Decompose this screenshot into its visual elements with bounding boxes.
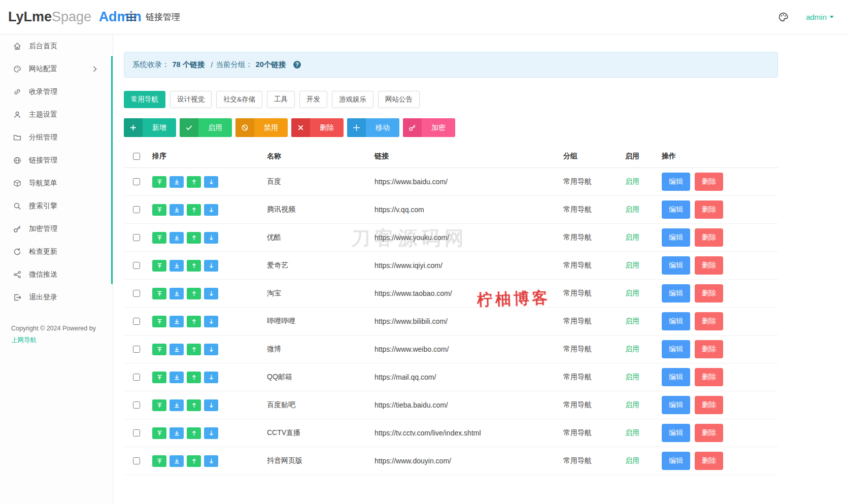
sort-down-button[interactable] — [204, 288, 218, 299]
sidebar-item-nav-menu[interactable]: 导航菜单 — [0, 172, 113, 194]
encrypt-button[interactable]: 加密 — [403, 118, 455, 137]
sort-bottom-button[interactable] — [169, 232, 184, 244]
row-checkbox[interactable] — [133, 262, 140, 269]
sort-up-button[interactable] — [187, 316, 201, 327]
sidebar-item-site-config[interactable]: 网站配置 — [0, 57, 113, 80]
sort-top-button[interactable] — [152, 232, 166, 244]
sort-down-button[interactable] — [204, 316, 218, 327]
sort-bottom-button[interactable] — [169, 455, 184, 467]
row-checkbox[interactable] — [133, 290, 140, 297]
sort-bottom-button[interactable] — [169, 288, 184, 299]
sort-top-button[interactable] — [152, 399, 166, 411]
add-button[interactable]: 新增 — [124, 118, 176, 137]
delete-button[interactable]: 删除 — [695, 340, 723, 358]
delete-button[interactable]: 删除 — [695, 228, 723, 247]
status-toggle[interactable]: 启用 — [625, 233, 639, 241]
edit-button[interactable]: 编辑 — [662, 312, 690, 330]
row-checkbox[interactable] — [133, 206, 140, 213]
delete-button[interactable]: 删除 — [695, 173, 723, 191]
disable-button[interactable]: 禁用 — [235, 118, 288, 137]
sort-top-button[interactable] — [152, 427, 166, 439]
sort-down-button[interactable] — [204, 176, 218, 188]
status-toggle[interactable]: 启用 — [625, 400, 639, 409]
sort-down-button[interactable] — [204, 260, 218, 272]
menu-toggle-icon[interactable] — [126, 13, 137, 21]
group-tab[interactable]: 游戏娱乐 — [332, 91, 373, 108]
edit-button[interactable]: 编辑 — [662, 200, 690, 219]
edit-button[interactable]: 编辑 — [662, 424, 690, 442]
sidebar-scrollbar[interactable] — [111, 56, 113, 284]
row-checkbox[interactable] — [133, 346, 140, 353]
status-toggle[interactable]: 启用 — [625, 289, 639, 297]
row-checkbox[interactable] — [133, 374, 140, 381]
sort-bottom-button[interactable] — [169, 176, 184, 188]
sort-down-button[interactable] — [204, 372, 218, 383]
edit-button[interactable]: 编辑 — [662, 173, 690, 191]
row-checkbox[interactable] — [133, 429, 140, 436]
sort-bottom-button[interactable] — [169, 399, 184, 411]
sort-top-button[interactable] — [152, 288, 166, 299]
group-tab[interactable]: 开发 — [299, 91, 327, 108]
status-toggle[interactable]: 启用 — [625, 317, 639, 325]
sort-bottom-button[interactable] — [169, 204, 184, 216]
sort-down-button[interactable] — [204, 399, 218, 411]
edit-button[interactable]: 编辑 — [662, 368, 690, 386]
row-checkbox[interactable] — [133, 234, 140, 241]
move-button[interactable]: 移动 — [347, 118, 399, 137]
sort-down-button[interactable] — [204, 232, 218, 244]
sidebar-item-home[interactable]: 后台首页 — [0, 35, 113, 57]
status-toggle[interactable]: 启用 — [625, 373, 639, 381]
help-icon[interactable]: ? — [293, 60, 301, 69]
sort-bottom-button[interactable] — [169, 427, 184, 439]
sort-top-button[interactable] — [152, 344, 166, 355]
sort-bottom-button[interactable] — [169, 260, 184, 272]
sort-top-button[interactable] — [152, 260, 166, 272]
copyright-link[interactable]: 上网导航 — [11, 334, 37, 346]
delete-button[interactable]: 删除 — [695, 200, 723, 219]
sidebar-item-search-engine[interactable]: 搜索引擎 — [0, 194, 113, 217]
sidebar-item-check-update[interactable]: 检查更新 — [0, 240, 113, 263]
delete-button[interactable]: 删除 — [695, 284, 723, 303]
group-tab[interactable]: 网站公告 — [378, 91, 420, 108]
sort-up-button[interactable] — [187, 260, 201, 272]
sort-down-button[interactable] — [204, 427, 218, 439]
delete-button[interactable]: 删除 — [695, 452, 723, 470]
sidebar-item-encrypt[interactable]: 加密管理 — [0, 217, 113, 240]
sort-top-button[interactable] — [152, 372, 166, 383]
sort-down-button[interactable] — [204, 204, 218, 216]
sidebar-item-wechat-push[interactable]: 微信推送 — [0, 263, 113, 286]
status-toggle[interactable]: 启用 — [625, 345, 639, 353]
delete-button[interactable]: 删除 — [695, 368, 723, 386]
edit-button[interactable]: 编辑 — [662, 452, 690, 470]
user-dropdown[interactable]: admin — [806, 13, 834, 21]
row-checkbox[interactable] — [133, 318, 140, 325]
delete-button[interactable]: 删除 — [695, 424, 723, 442]
status-toggle[interactable]: 启用 — [625, 456, 639, 464]
sort-bottom-button[interactable] — [169, 316, 184, 327]
sort-down-button[interactable] — [204, 344, 218, 355]
edit-button[interactable]: 编辑 — [662, 284, 690, 303]
row-checkbox[interactable] — [133, 178, 140, 185]
group-tab[interactable]: 社交&存储 — [216, 91, 262, 108]
enable-button[interactable]: 启用 — [180, 118, 232, 137]
sort-up-button[interactable] — [187, 232, 201, 244]
sort-up-button[interactable] — [187, 427, 201, 439]
sort-bottom-button[interactable] — [169, 372, 184, 383]
status-toggle[interactable]: 启用 — [625, 177, 639, 185]
group-tab[interactable]: 工具 — [267, 91, 295, 108]
delete-button[interactable]: 删除 — [695, 396, 723, 414]
status-toggle[interactable]: 启用 — [625, 428, 639, 436]
sidebar-item-group[interactable]: 分组管理 — [0, 126, 113, 149]
sort-top-button[interactable] — [152, 455, 166, 467]
edit-button[interactable]: 编辑 — [662, 340, 690, 358]
edit-button[interactable]: 编辑 — [662, 396, 690, 414]
sort-up-button[interactable] — [187, 344, 201, 355]
row-checkbox[interactable] — [133, 457, 140, 464]
sort-up-button[interactable] — [187, 204, 201, 216]
delete-button[interactable]: 删除 — [695, 256, 723, 275]
group-tab[interactable]: 设计视觉 — [170, 91, 212, 108]
sort-top-button[interactable] — [152, 204, 166, 216]
edit-button[interactable]: 编辑 — [662, 256, 690, 275]
sort-up-button[interactable] — [187, 399, 201, 411]
sidebar-item-theme[interactable]: 主题设置 — [0, 103, 113, 126]
